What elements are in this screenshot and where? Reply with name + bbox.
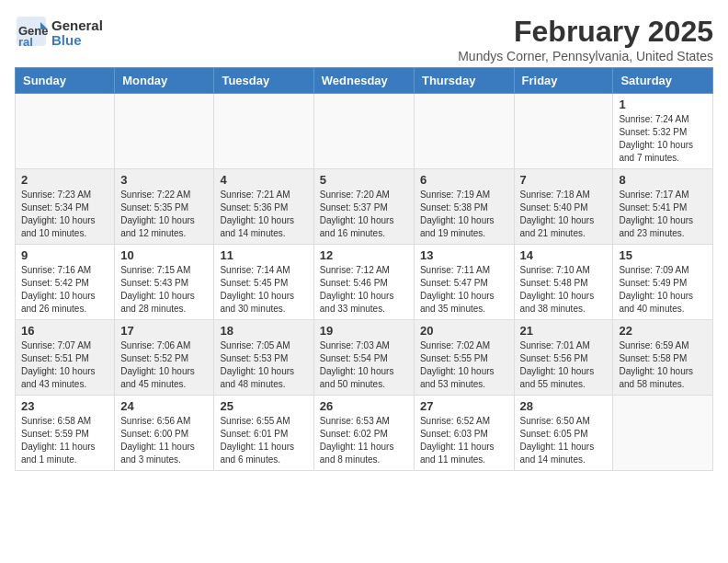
calendar-cell: 17Sunrise: 7:06 AM Sunset: 5:52 PM Dayli… (115, 320, 214, 396)
calendar-cell: 21Sunrise: 7:01 AM Sunset: 5:56 PM Dayli… (514, 320, 613, 396)
header-sunday: Sunday (16, 68, 115, 94)
calendar-cell: 11Sunrise: 7:14 AM Sunset: 5:45 PM Dayli… (214, 245, 313, 320)
logo-icon: Gene ral (15, 15, 48, 48)
header-friday: Friday (514, 68, 613, 94)
day-number: 17 (120, 324, 208, 338)
day-info: Sunrise: 6:50 AM Sunset: 6:05 PM Dayligh… (520, 415, 608, 466)
day-info: Sunrise: 6:58 AM Sunset: 5:59 PM Dayligh… (21, 415, 108, 466)
calendar-cell: 2Sunrise: 7:23 AM Sunset: 5:34 PM Daylig… (16, 169, 115, 245)
calendar-cell: 13Sunrise: 7:11 AM Sunset: 5:47 PM Dayli… (414, 245, 514, 320)
calendar-cell: 14Sunrise: 7:10 AM Sunset: 5:48 PM Dayli… (514, 245, 613, 320)
calendar-cell: 28Sunrise: 6:50 AM Sunset: 6:05 PM Dayli… (514, 396, 613, 471)
logo-general: General (51, 18, 103, 34)
calendar-cell: 18Sunrise: 7:05 AM Sunset: 5:53 PM Dayli… (214, 320, 313, 396)
day-number: 15 (619, 248, 707, 262)
calendar-week-row: 16Sunrise: 7:07 AM Sunset: 5:51 PM Dayli… (16, 320, 713, 396)
day-info: Sunrise: 7:01 AM Sunset: 5:56 PM Dayligh… (520, 339, 608, 391)
day-number: 13 (420, 248, 508, 262)
calendar-cell (514, 94, 613, 169)
day-number: 28 (520, 399, 608, 413)
day-info: Sunrise: 7:02 AM Sunset: 5:55 PM Dayligh… (420, 339, 508, 391)
day-info: Sunrise: 7:09 AM Sunset: 5:49 PM Dayligh… (619, 264, 707, 316)
day-info: Sunrise: 7:07 AM Sunset: 5:51 PM Dayligh… (21, 339, 108, 391)
day-info: Sunrise: 6:52 AM Sunset: 6:03 PM Dayligh… (420, 415, 508, 466)
calendar-cell (414, 94, 514, 169)
day-info: Sunrise: 7:11 AM Sunset: 5:47 PM Dayligh… (420, 264, 508, 316)
day-info: Sunrise: 7:18 AM Sunset: 5:40 PM Dayligh… (520, 189, 608, 240)
location: Mundys Corner, Pennsylvania, United Stat… (458, 49, 713, 63)
calendar-cell (613, 396, 713, 471)
day-number: 11 (220, 248, 307, 262)
day-number: 24 (120, 399, 208, 413)
calendar-cell (115, 94, 214, 169)
day-number: 26 (320, 399, 408, 413)
calendar-cell: 4Sunrise: 7:21 AM Sunset: 5:36 PM Daylig… (214, 169, 313, 245)
calendar-cell: 12Sunrise: 7:12 AM Sunset: 5:46 PM Dayli… (313, 245, 414, 320)
day-info: Sunrise: 7:17 AM Sunset: 5:41 PM Dayligh… (619, 189, 707, 240)
day-info: Sunrise: 7:19 AM Sunset: 5:38 PM Dayligh… (420, 189, 508, 240)
calendar-week-row: 9Sunrise: 7:16 AM Sunset: 5:42 PM Daylig… (16, 245, 713, 320)
day-number: 23 (21, 399, 108, 413)
header-monday: Monday (115, 68, 214, 94)
day-number: 5 (320, 173, 408, 187)
day-info: Sunrise: 7:23 AM Sunset: 5:34 PM Dayligh… (21, 189, 108, 240)
day-number: 20 (420, 324, 508, 338)
day-number: 7 (520, 173, 608, 187)
day-info: Sunrise: 7:20 AM Sunset: 5:37 PM Dayligh… (320, 189, 408, 240)
day-number: 2 (21, 173, 108, 187)
calendar-cell: 7Sunrise: 7:18 AM Sunset: 5:40 PM Daylig… (514, 169, 613, 245)
day-number: 4 (220, 173, 307, 187)
svg-text:ral: ral (18, 35, 33, 48)
day-number: 3 (120, 173, 208, 187)
day-info: Sunrise: 6:56 AM Sunset: 6:00 PM Dayligh… (120, 415, 208, 466)
header-saturday: Saturday (613, 68, 713, 94)
header-thursday: Thursday (414, 68, 514, 94)
calendar-cell: 26Sunrise: 6:53 AM Sunset: 6:02 PM Dayli… (313, 396, 414, 471)
calendar-cell: 15Sunrise: 7:09 AM Sunset: 5:49 PM Dayli… (613, 245, 713, 320)
calendar-cell: 27Sunrise: 6:52 AM Sunset: 6:03 PM Dayli… (414, 396, 514, 471)
day-number: 9 (21, 248, 108, 262)
day-info: Sunrise: 7:05 AM Sunset: 5:53 PM Dayligh… (220, 339, 307, 391)
header: Gene ral General Blue February 2025 Mund… (15, 15, 713, 63)
day-number: 6 (420, 173, 508, 187)
calendar-week-row: 1Sunrise: 7:24 AM Sunset: 5:32 PM Daylig… (16, 94, 713, 169)
day-number: 8 (619, 173, 707, 187)
weekday-header-row: Sunday Monday Tuesday Wednesday Thursday… (16, 68, 713, 94)
calendar-cell: 8Sunrise: 7:17 AM Sunset: 5:41 PM Daylig… (613, 169, 713, 245)
day-info: Sunrise: 7:15 AM Sunset: 5:43 PM Dayligh… (120, 264, 208, 316)
title-area: February 2025 Mundys Corner, Pennsylvani… (458, 15, 713, 63)
day-info: Sunrise: 6:55 AM Sunset: 6:01 PM Dayligh… (220, 415, 307, 466)
day-number: 12 (320, 248, 408, 262)
logo: Gene ral General Blue (15, 15, 103, 52)
day-info: Sunrise: 7:12 AM Sunset: 5:46 PM Dayligh… (320, 264, 408, 316)
calendar-cell: 6Sunrise: 7:19 AM Sunset: 5:38 PM Daylig… (414, 169, 514, 245)
day-info: Sunrise: 7:21 AM Sunset: 5:36 PM Dayligh… (220, 189, 307, 240)
calendar-cell: 22Sunrise: 6:59 AM Sunset: 5:58 PM Dayli… (613, 320, 713, 396)
calendar-cell (214, 94, 313, 169)
header-wednesday: Wednesday (313, 68, 414, 94)
calendar-cell: 19Sunrise: 7:03 AM Sunset: 5:54 PM Dayli… (313, 320, 414, 396)
header-tuesday: Tuesday (214, 68, 313, 94)
day-number: 27 (420, 399, 508, 413)
day-info: Sunrise: 7:06 AM Sunset: 5:52 PM Dayligh… (120, 339, 208, 391)
day-number: 18 (220, 324, 307, 338)
day-info: Sunrise: 7:14 AM Sunset: 5:45 PM Dayligh… (220, 264, 307, 316)
day-number: 22 (619, 324, 707, 338)
calendar-cell: 1Sunrise: 7:24 AM Sunset: 5:32 PM Daylig… (613, 94, 713, 169)
day-number: 25 (220, 399, 307, 413)
day-number: 19 (320, 324, 408, 338)
calendar-cell: 16Sunrise: 7:07 AM Sunset: 5:51 PM Dayli… (16, 320, 115, 396)
day-info: Sunrise: 7:24 AM Sunset: 5:32 PM Dayligh… (619, 113, 707, 165)
calendar-week-row: 2Sunrise: 7:23 AM Sunset: 5:34 PM Daylig… (16, 169, 713, 245)
day-number: 16 (21, 324, 108, 338)
calendar-cell: 9Sunrise: 7:16 AM Sunset: 5:42 PM Daylig… (16, 245, 115, 320)
calendar-table: Sunday Monday Tuesday Wednesday Thursday… (15, 67, 713, 471)
day-info: Sunrise: 7:03 AM Sunset: 5:54 PM Dayligh… (320, 339, 408, 391)
day-info: Sunrise: 7:10 AM Sunset: 5:48 PM Dayligh… (520, 264, 608, 316)
day-info: Sunrise: 7:16 AM Sunset: 5:42 PM Dayligh… (21, 264, 108, 316)
calendar-cell: 10Sunrise: 7:15 AM Sunset: 5:43 PM Dayli… (115, 245, 214, 320)
logo-blue: Blue (51, 33, 103, 49)
calendar-cell: 20Sunrise: 7:02 AM Sunset: 5:55 PM Dayli… (414, 320, 514, 396)
calendar-cell: 25Sunrise: 6:55 AM Sunset: 6:01 PM Dayli… (214, 396, 313, 471)
calendar-cell (313, 94, 414, 169)
